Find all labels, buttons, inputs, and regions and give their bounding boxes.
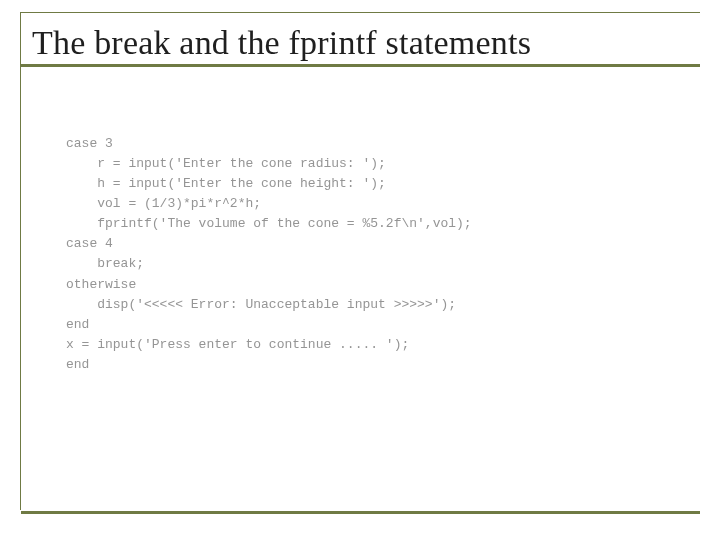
code-line: end: [66, 357, 89, 372]
code-line: end: [66, 317, 89, 332]
title-wrap: The break and the fprintf statements: [22, 18, 698, 65]
code-line: disp('<<<<< Error: Unacceptable input >>…: [66, 297, 456, 312]
code-line: case 3: [66, 136, 113, 151]
code-line: break;: [66, 256, 144, 271]
code-line: otherwise: [66, 277, 136, 292]
code-block: case 3 r = input('Enter the cone radius:…: [66, 113, 698, 395]
code-line: fprintf('The volume of the cone = %5.2f\…: [66, 216, 472, 231]
slide-title: The break and the fprintf statements: [32, 24, 692, 61]
title-underline: [20, 64, 700, 67]
code-line: case 4: [66, 236, 113, 251]
slide: The break and the fprintf statements cas…: [0, 0, 720, 540]
code-line: vol = (1/3)*pi*r^2*h;: [66, 196, 261, 211]
code-line: r = input('Enter the cone radius: ');: [66, 156, 386, 171]
code-line: h = input('Enter the cone height: ');: [66, 176, 386, 191]
code-line: x = input('Press enter to continue .....…: [66, 337, 409, 352]
